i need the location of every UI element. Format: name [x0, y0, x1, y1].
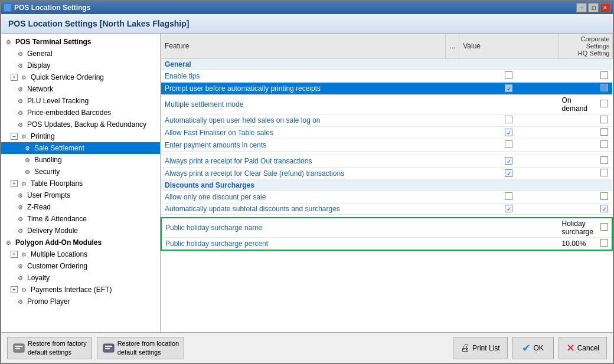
table-row: Multiple settlement mode On demand: [161, 95, 612, 114]
customer-ordering-icon: ⚙: [15, 261, 25, 271]
table-floorplans-expand[interactable]: +: [11, 180, 18, 187]
checkbox-cell[interactable]: [459, 191, 559, 204]
hq-checkbox-auto-update: [600, 205, 608, 212]
restore-location-button[interactable]: Restore from locationdefault settings: [97, 337, 185, 359]
value-cell: Holiday surcharge: [559, 218, 597, 238]
hq-checkbox: [600, 84, 608, 91]
sidebar-item-customer-ordering[interactable]: ⚙ Customer Ordering: [1, 260, 160, 272]
sidebar-item-promo-player[interactable]: ⚙ Promo Player: [1, 296, 160, 307]
sidebar-item-security[interactable]: ⚙ Security: [1, 166, 160, 178]
restore-button[interactable]: ◻: [588, 3, 599, 12]
title-bar: POS Location Settings ─ ◻ ✕: [1, 1, 613, 14]
sidebar-item-printing[interactable]: – ⚙ Printing: [1, 130, 160, 142]
printing-expand[interactable]: –: [11, 133, 18, 140]
quick-service-expand[interactable]: +: [11, 74, 18, 81]
print-list-button[interactable]: 🖨 Print List: [453, 337, 508, 359]
restore-location-label: Restore from locationdefault settings: [117, 339, 179, 356]
hq-cell: [597, 83, 612, 95]
hq-cell: [597, 238, 612, 251]
minimize-button[interactable]: ─: [576, 3, 587, 12]
sidebar-item-price-barcodes[interactable]: ⚙ Price-embedded Barcodes: [1, 107, 160, 119]
checkbox-cell: [459, 238, 559, 251]
value-cell: 10.00%: [559, 238, 597, 251]
checkbox-cell[interactable]: [459, 114, 559, 127]
checkbox-print-paid-out[interactable]: [505, 157, 512, 165]
sidebar-item-pos-terminal[interactable]: ⚙ POS Terminal Settings: [1, 36, 160, 48]
checkbox-auto-open[interactable]: [505, 116, 512, 123]
dots-cell: [446, 127, 459, 139]
col-feature: Feature: [161, 34, 446, 59]
sidebar-item-multiple-locations[interactable]: + ⚙ Multiple Locations: [1, 248, 160, 260]
sidebar-item-sale-settlement[interactable]: ⚙ Sale Settlement: [1, 142, 160, 154]
feature-label: Automatically open user held sales on sa…: [161, 114, 446, 127]
hq-checkbox: [600, 192, 608, 200]
section-header-discounts: Discounts and Surcharges: [161, 180, 612, 191]
sidebar-item-general[interactable]: ⚙ General: [1, 48, 160, 60]
col-value: Value: [459, 34, 559, 59]
checkbox-cell[interactable]: [459, 83, 559, 95]
sidebar-label-bundling: Bundling: [34, 156, 62, 164]
checkbox-cell[interactable]: [459, 139, 559, 152]
checkbox-cell[interactable]: [459, 168, 559, 180]
checkbox-cell[interactable]: [459, 155, 559, 168]
checkbox-cell[interactable]: [459, 204, 559, 215]
restore-factory-button[interactable]: Restore from factorydefault settings: [7, 337, 92, 359]
hq-cell: [597, 191, 612, 204]
table-row: Automatically open user held sales on sa…: [161, 114, 612, 127]
sidebar-item-display[interactable]: ⚙ Display: [1, 60, 160, 71]
multiple-locations-expand[interactable]: +: [11, 251, 18, 258]
checkbox-cell[interactable]: [459, 70, 559, 83]
sidebar-label-table-floorplans: Table Floorplans: [31, 179, 83, 188]
sidebar-item-delivery-module[interactable]: ⚙ Delivery Module: [1, 225, 160, 237]
multiple-locations-icon: ⚙: [19, 250, 28, 259]
network-icon: ⚙: [15, 84, 25, 94]
feature-label: Allow Fast Finaliser on Table sales: [161, 127, 446, 139]
sidebar-item-loyalty[interactable]: ⚙ Loyalty: [1, 272, 160, 284]
bundling-icon: ⚙: [22, 155, 32, 165]
sidebar-item-network[interactable]: ⚙ Network: [1, 83, 160, 95]
hq-cell: [597, 155, 612, 168]
sidebar-item-user-prompts[interactable]: ⚙ User Prompts: [1, 189, 160, 201]
checkbox-cell[interactable]: [459, 127, 559, 139]
sidebar-item-polygon-addon[interactable]: ⚙ Polygon Add-On Modules: [1, 237, 160, 248]
sidebar-item-plu-level[interactable]: ⚙ PLU Level Tracking: [1, 95, 160, 107]
hq-cell: [597, 95, 612, 114]
sidebar-item-quick-service[interactable]: + ⚙ Quick Service Ordering: [1, 71, 160, 83]
checkbox-auto-update-discounts[interactable]: [505, 205, 512, 212]
checkbox-prompt-user[interactable]: [505, 84, 512, 92]
section-discounts: Discounts and Surcharges: [161, 180, 612, 191]
sidebar-item-time-attendance[interactable]: ⚙ Time & Attendance: [1, 213, 160, 225]
sidebar-item-pos-updates[interactable]: ⚙ POS Updates, Backup & Redundancy: [1, 119, 160, 130]
hq-checkbox: [600, 71, 608, 79]
table-row: Always print a receipt for Paid Out tran…: [161, 155, 612, 168]
cancel-button[interactable]: ✕ Cancel: [559, 337, 607, 359]
table-row: Automatically update subtotal discounts …: [161, 204, 612, 215]
sidebar-item-table-floorplans[interactable]: + ⚙ Table Floorplans: [1, 178, 160, 189]
checkbox-cell: [459, 218, 559, 238]
sidebar-item-bundling[interactable]: ⚙ Bundling: [1, 154, 160, 166]
sidebar-item-z-read[interactable]: ⚙ Z-Read: [1, 201, 160, 213]
app-icon: [4, 4, 12, 12]
sidebar-item-payments[interactable]: + ⚙ Payments Interface (EFT): [1, 284, 160, 296]
footer: Restore from factorydefault settings Res…: [1, 332, 613, 363]
feature-label: Multiple settlement mode: [161, 95, 446, 114]
dots-cell: [446, 95, 459, 114]
sidebar-label-customer-ordering: Customer Ordering: [27, 262, 87, 270]
checkbox-one-discount[interactable]: [505, 192, 512, 200]
sidebar-label-z-read: Z-Read: [27, 203, 51, 211]
payments-expand[interactable]: +: [11, 286, 18, 293]
quick-service-icon: ⚙: [19, 73, 28, 82]
feature-label: Enter payment amounts in cents: [161, 139, 446, 152]
close-button[interactable]: ✕: [600, 3, 610, 12]
checkbox-fast-finaliser[interactable]: [505, 129, 512, 136]
window-controls: ─ ◻ ✕: [576, 3, 610, 12]
feature-table-container: Feature ... Value Corporate Settings HQ …: [161, 34, 613, 332]
checkbox-enter-payment[interactable]: [505, 140, 512, 148]
feature-label: Public holiday surcharge name: [161, 218, 446, 238]
checkbox-print-clear-sale[interactable]: [505, 169, 512, 177]
checkbox-enable-tips[interactable]: [505, 71, 512, 79]
value-cell: [559, 114, 597, 127]
loyalty-icon: ⚙: [15, 273, 25, 283]
print-icon: 🖨: [460, 343, 470, 353]
ok-button[interactable]: ✔ OK: [512, 337, 554, 359]
